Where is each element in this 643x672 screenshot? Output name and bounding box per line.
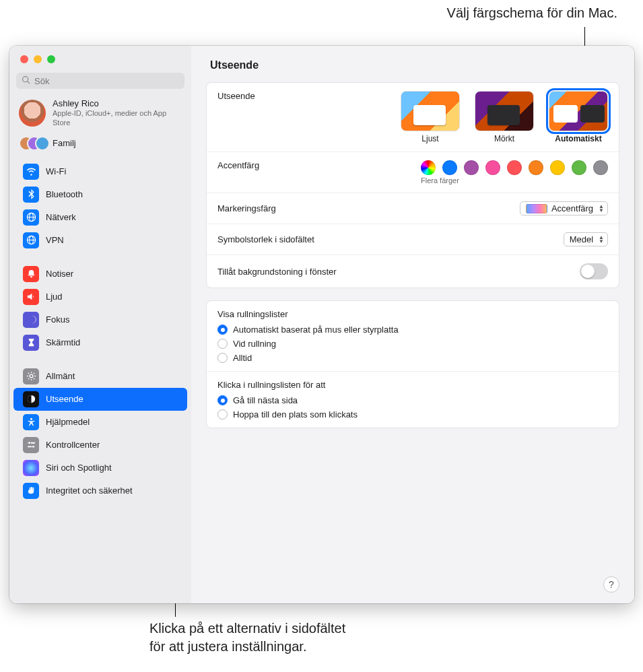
accent-red[interactable] <box>507 160 522 175</box>
search-field[interactable] <box>16 73 184 89</box>
wallpaper-tint-toggle[interactable] <box>580 263 608 279</box>
sidebar-item-sound[interactable]: Ljud <box>13 285 187 308</box>
click-title: Klicka i rullningslisten för att <box>217 380 358 390</box>
scrollbars-group: Visa rullningslister Automatiskt baserat… <box>217 309 399 363</box>
click-option-nextpage[interactable]: Gå till nästa sida <box>217 395 358 405</box>
help-button[interactable]: ? <box>603 576 619 593</box>
family-row[interactable]: Familj <box>9 132 191 158</box>
svg-point-14 <box>32 446 34 448</box>
click-option-jump[interactable]: Hoppa till den plats som klickats <box>217 409 358 419</box>
click-group: Klicka i rullningslisten för att Gå till… <box>217 380 358 419</box>
accessibility-icon <box>23 414 39 430</box>
sidebar-item-privacy[interactable]: Integritet och säkerhet <box>13 479 187 502</box>
highlight-value: Accentfärg <box>551 203 593 213</box>
sidebar-item-wifi[interactable]: Wi-Fi <box>13 160 187 183</box>
scrollbars-option-always[interactable]: Alltid <box>217 353 399 363</box>
settings-window: Ashley Rico Apple-ID, iCloud+, medier oc… <box>9 46 634 603</box>
search-input[interactable] <box>34 76 179 86</box>
moon-icon <box>23 312 39 328</box>
window-controls <box>9 46 191 70</box>
accent-yellow[interactable] <box>550 160 565 175</box>
sidebar-item-focus[interactable]: Fokus <box>13 308 187 331</box>
sidebar-list: Wi-Fi Bluetooth Nätverk VPN <box>9 158 191 603</box>
theme-option-dark[interactable]: Mörkt <box>475 91 534 143</box>
sidebar-size-popup[interactable]: Medel ▲▼ <box>564 232 608 246</box>
sidebar-item-network[interactable]: Nätverk <box>13 206 187 229</box>
accent-green[interactable] <box>572 160 586 175</box>
page-title: Utseende <box>191 46 634 82</box>
radio-icon <box>217 353 228 363</box>
radio-icon <box>217 395 228 405</box>
sidebar-item-siri[interactable]: Siri och Spotlight <box>13 457 187 479</box>
accent-orange[interactable] <box>529 160 543 175</box>
theme-option-light[interactable]: Ljust <box>401 91 460 143</box>
sidebar-item-label: Bluetooth <box>46 189 83 199</box>
globe-icon <box>23 209 39 226</box>
sidebar-item-notifications[interactable]: Notiser <box>13 263 187 285</box>
option-label: Gå till nästa sida <box>233 395 298 405</box>
svg-point-0 <box>23 77 28 82</box>
sidebar-item-accessibility[interactable]: Hjälpmedel <box>13 411 187 434</box>
highlight-label: Markeringsfärg <box>217 203 276 213</box>
avatar <box>19 100 46 127</box>
sidebar-item-label: Hjälpmedel <box>46 417 90 427</box>
accent-multicolor[interactable] <box>421 160 436 175</box>
sidebar-item-label: Integritet och säkerhet <box>46 485 133 496</box>
scrollbars-option-scrolling[interactable]: Vid rullning <box>217 339 399 349</box>
radio-icon <box>217 339 228 349</box>
accent-label: Accentfärg <box>217 160 259 170</box>
search-icon <box>22 75 30 86</box>
sidebar-item-screentime[interactable]: Skärmtid <box>13 331 187 354</box>
radio-icon <box>217 325 228 335</box>
sidebar-size-label: Symbolstorlek i sidofältet <box>217 234 314 244</box>
accent-blue[interactable] <box>442 160 457 175</box>
zoom-button[interactable] <box>47 55 55 63</box>
hourglass-icon <box>23 335 39 351</box>
sidebar-item-label: Utseende <box>46 394 83 404</box>
accent-pink[interactable] <box>485 160 500 175</box>
option-label: Vid rullning <box>233 339 276 349</box>
chevron-updown-icon: ▲▼ <box>597 205 605 213</box>
account-texts: Ashley Rico Apple-ID, iCloud+, medier oc… <box>53 98 182 128</box>
scrollbars-option-auto[interactable]: Automatiskt baserat på mus eller styrpla… <box>217 325 399 335</box>
highlight-popup[interactable]: Accentfärg ▲▼ <box>520 201 608 215</box>
theme-option-auto[interactable]: Automatiskt <box>549 91 608 143</box>
theme-label: Mörkt <box>494 134 514 143</box>
close-button[interactable] <box>20 55 28 63</box>
account-name: Ashley Rico <box>53 98 182 109</box>
account-sub: Apple-ID, iCloud+, medier och App Store <box>53 109 182 128</box>
appearance-icon <box>23 391 39 407</box>
bluetooth-icon <box>23 187 39 203</box>
accent-graphite[interactable] <box>593 160 608 175</box>
svg-line-1 <box>28 81 30 83</box>
sidebar-item-bluetooth[interactable]: Bluetooth <box>13 183 187 206</box>
sidebar-item-controlcenter[interactable]: Kontrollcenter <box>13 434 187 457</box>
svg-point-13 <box>28 442 30 444</box>
family-icon <box>19 136 46 151</box>
scroll-panel: Visa rullningslister Automatiskt baserat… <box>206 300 619 428</box>
apple-id-row[interactable]: Ashley Rico Apple-ID, iCloud+, medier oc… <box>9 94 191 132</box>
sidebar-item-label: Skärmtid <box>46 337 80 347</box>
sidebar-item-label: Ljud <box>46 292 63 302</box>
option-label: Hoppa till den plats som klickats <box>233 409 358 419</box>
sidebar-item-label: Notiser <box>46 269 73 279</box>
sidebar-item-appearance[interactable]: Utseende <box>13 388 187 411</box>
sidebar-item-label: Fokus <box>46 314 69 325</box>
theme-chooser: Ljust Mörkt Automatiskt <box>401 91 608 143</box>
accent-sublabel: Flera färger <box>421 176 608 184</box>
sidebar-item-label: Siri och Spotlight <box>46 463 112 473</box>
sidebar-item-label: Nätverk <box>46 212 76 222</box>
family-label: Familj <box>53 138 76 148</box>
appearance-panel: Utseende Ljust Mörkt Automatiskt <box>206 82 619 288</box>
minimize-button[interactable] <box>34 55 42 63</box>
wallpaper-tint-label: Tillåt bakgrundstoning i fönster <box>217 267 337 277</box>
sidebar-item-label: Kontrollcenter <box>46 440 100 450</box>
accent-purple[interactable] <box>464 160 479 175</box>
content-pane: Utseende Utseende Ljust Mörkt <box>191 46 634 603</box>
option-label: Alltid <box>233 353 252 363</box>
chevron-updown-icon: ▲▼ <box>597 236 605 244</box>
highlight-chip-icon <box>526 204 547 213</box>
sidebar-item-general[interactable]: Allmänt <box>13 365 187 388</box>
theme-label: Automatiskt <box>555 134 601 143</box>
sidebar-item-vpn[interactable]: VPN <box>13 229 187 252</box>
